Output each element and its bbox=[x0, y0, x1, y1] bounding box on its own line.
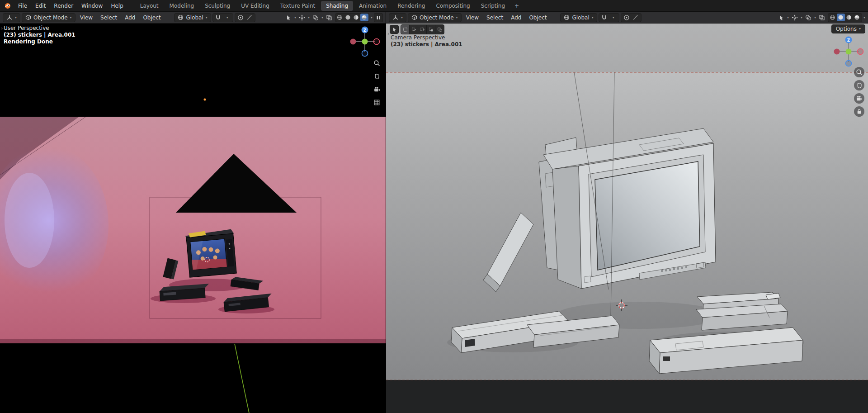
xray-toggle[interactable] bbox=[325, 13, 334, 22]
navigation-gizmo[interactable]: Z bbox=[349, 25, 380, 58]
select-mode-intersect-button[interactable] bbox=[435, 25, 444, 34]
selectability-visibility-dropdown[interactable] bbox=[284, 13, 293, 22]
tab-layout[interactable]: Layout bbox=[135, 1, 164, 11]
sidebar-toggle-arrow[interactable]: › bbox=[387, 31, 389, 37]
material-sphere-icon bbox=[353, 14, 359, 20]
show-gizmo-toggle[interactable] bbox=[297, 13, 307, 22]
proportional-edit-toggle[interactable] bbox=[622, 13, 631, 22]
select-mode-invert-button[interactable] bbox=[427, 25, 435, 34]
menu-window[interactable]: Window bbox=[78, 1, 106, 10]
select-mode-set-button[interactable] bbox=[401, 25, 410, 34]
mode-label: Object Mode bbox=[33, 14, 68, 21]
rendered-sphere-icon bbox=[361, 14, 367, 20]
shading-wireframe-button[interactable] bbox=[829, 14, 837, 21]
tab-scripting[interactable]: Scripting bbox=[476, 1, 510, 11]
menu-add[interactable]: Add bbox=[508, 13, 524, 22]
shading-material-button[interactable] bbox=[352, 14, 360, 21]
select-mode-extend-button[interactable] bbox=[410, 25, 418, 34]
menu-object[interactable]: Object bbox=[526, 13, 550, 22]
tab-animation[interactable]: Animation bbox=[354, 1, 392, 11]
viewport-canvas-left[interactable]: › User Perspective (23) stickers | Area.… bbox=[0, 24, 386, 413]
rendered-sphere-icon bbox=[854, 14, 860, 20]
menu-render[interactable]: Render bbox=[50, 1, 77, 10]
blender-logo-glyph bbox=[4, 3, 11, 9]
mode-dropdown[interactable]: Object Mode ▾ bbox=[408, 13, 462, 22]
falloff-dropdown[interactable] bbox=[245, 13, 254, 22]
menu-edit[interactable]: Edit bbox=[32, 1, 49, 10]
axis-y-ball[interactable] bbox=[362, 39, 368, 45]
selectability-visibility-dropdown[interactable] bbox=[777, 13, 786, 22]
shading-material-button[interactable] bbox=[845, 14, 853, 21]
menu-select[interactable]: Select bbox=[483, 13, 506, 22]
zoom-control[interactable] bbox=[854, 67, 864, 77]
tab-rendering[interactable]: Rendering bbox=[392, 1, 430, 11]
menu-add[interactable]: Add bbox=[122, 13, 138, 22]
cursor-pointer-icon bbox=[778, 14, 784, 21]
mode-dropdown[interactable]: Object Mode ▾ bbox=[22, 13, 75, 22]
editor-type-selector[interactable]: ▾ bbox=[3, 13, 20, 22]
sidebar-toggle-arrow[interactable]: › bbox=[1, 25, 3, 31]
lock-view-control[interactable] bbox=[854, 106, 864, 117]
snap-magnet-toggle[interactable] bbox=[600, 13, 609, 22]
tab-uv-editing[interactable]: UV Editing bbox=[236, 1, 274, 11]
shading-solid-button[interactable] bbox=[344, 14, 352, 21]
snap-settings-dropdown[interactable]: ▾ bbox=[609, 13, 618, 22]
active-object-label: (23) stickers | Area.001 bbox=[4, 32, 75, 38]
falloff-dropdown[interactable] bbox=[631, 13, 640, 22]
blender-logo-icon[interactable] bbox=[4, 2, 12, 9]
axis-x-neg-ball[interactable] bbox=[374, 39, 380, 45]
tool-options-button[interactable]: Options ▾ bbox=[831, 24, 865, 33]
axis-z-neg-ball[interactable] bbox=[362, 51, 368, 57]
proportional-edit-group bbox=[621, 13, 642, 22]
transform-orientation-dropdown[interactable]: Global ▾ bbox=[560, 13, 597, 22]
navigation-gizmo[interactable]: Z bbox=[833, 35, 864, 68]
viewport-canvas-right[interactable]: Options ▾ › Camera Perspective (23) stic… bbox=[386, 24, 868, 413]
tab-shading[interactable]: Shading bbox=[321, 1, 353, 11]
tab-sculpting[interactable]: Sculpting bbox=[200, 1, 235, 11]
menu-select[interactable]: Select bbox=[97, 13, 120, 22]
axis-z-neg-ball[interactable] bbox=[846, 61, 852, 66]
axis-y-ball[interactable] bbox=[846, 49, 852, 55]
menu-object[interactable]: Object bbox=[140, 13, 164, 22]
pause-render-button[interactable] bbox=[374, 13, 383, 22]
menu-view[interactable]: View bbox=[463, 13, 482, 22]
add-workspace-button[interactable]: + bbox=[511, 1, 523, 10]
active-tool-tweak-button[interactable] bbox=[390, 25, 399, 34]
transform-orientation-dropdown[interactable]: Global ▾ bbox=[174, 13, 211, 22]
tab-modeling[interactable]: Modeling bbox=[165, 1, 199, 11]
camera-icon bbox=[856, 95, 863, 102]
render-status-label: Rendering Done bbox=[4, 38, 75, 45]
axis-x-ball[interactable] bbox=[834, 49, 840, 55]
show-gizmo-toggle[interactable] bbox=[790, 13, 799, 22]
tab-compositing[interactable]: Compositing bbox=[431, 1, 475, 11]
proportional-edit-toggle[interactable] bbox=[236, 13, 245, 22]
menu-view[interactable]: View bbox=[77, 13, 96, 22]
editor-type-selector[interactable]: ▾ bbox=[389, 13, 406, 22]
view-perspective-label: Camera Perspective bbox=[391, 34, 462, 41]
menu-help[interactable]: Help bbox=[107, 1, 127, 10]
axis-x-ball[interactable] bbox=[350, 39, 356, 45]
camera-view-control[interactable] bbox=[854, 93, 864, 104]
shading-rendered-button[interactable] bbox=[853, 14, 861, 21]
shading-wireframe-button[interactable] bbox=[336, 14, 344, 21]
axis-z-label: Z bbox=[847, 38, 850, 43]
tab-texture-paint[interactable]: Texture Paint bbox=[275, 1, 320, 11]
xray-toggle[interactable] bbox=[817, 13, 826, 22]
show-overlays-toggle[interactable] bbox=[804, 13, 813, 22]
snap-magnet-toggle[interactable] bbox=[214, 13, 223, 22]
pan-control[interactable] bbox=[854, 80, 864, 90]
menu-file[interactable]: File bbox=[14, 1, 31, 10]
pan-control[interactable] bbox=[372, 71, 382, 81]
shading-rendered-button[interactable] bbox=[360, 14, 368, 21]
orientation-label: Global bbox=[572, 14, 589, 21]
show-overlays-toggle[interactable] bbox=[311, 13, 320, 22]
select-invert-icon bbox=[429, 27, 434, 32]
select-mode-subtract-button[interactable] bbox=[418, 25, 427, 34]
snap-settings-dropdown[interactable]: ▾ bbox=[223, 13, 232, 22]
workspace: ▾ Object Mode ▾ View Select Add Object bbox=[0, 12, 868, 413]
zoom-control[interactable] bbox=[372, 58, 382, 68]
axis-x-neg-ball[interactable] bbox=[858, 49, 863, 55]
toggle-grid-control[interactable] bbox=[372, 97, 382, 108]
camera-view-control[interactable] bbox=[372, 84, 382, 95]
shading-solid-button[interactable] bbox=[837, 14, 845, 21]
